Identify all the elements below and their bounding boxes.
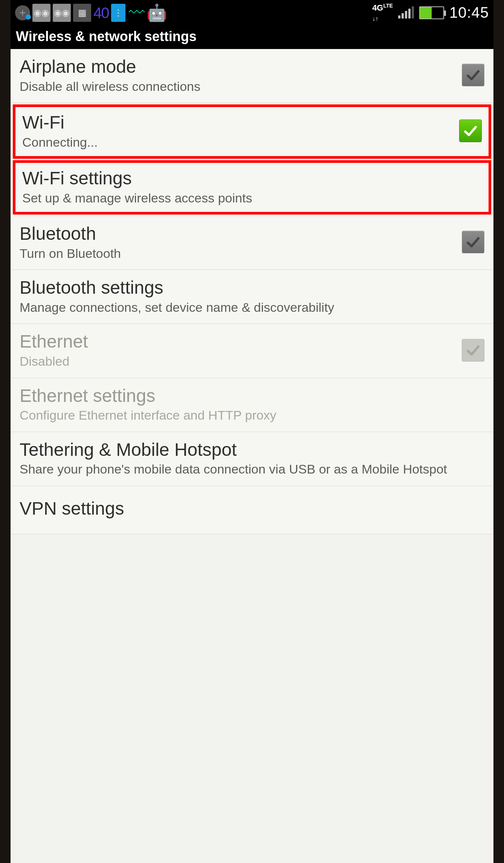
status-right: 4GLTE↓↑ 10:45 bbox=[372, 3, 489, 23]
menu-icon: ⋮ bbox=[111, 4, 125, 22]
checkbox bbox=[462, 339, 484, 362]
setting-title: VPN settings bbox=[20, 498, 481, 520]
status-left: + ◉◉ ◉◉ ▦ 40 ⋮ 〰 🤖 bbox=[15, 4, 166, 22]
setting-text: Ethernet settingsConfigure Ethernet inte… bbox=[20, 385, 484, 423]
notification-icon: ◉◉ bbox=[53, 4, 71, 22]
clock: 10:45 bbox=[449, 4, 489, 21]
setting-subtitle: Manage connections, set device name & di… bbox=[20, 299, 481, 316]
signal-icon bbox=[398, 7, 414, 18]
android-icon: 🤖 bbox=[148, 4, 166, 22]
setting-title: Tethering & Mobile Hotspot bbox=[20, 439, 481, 461]
setting-title: Airplane mode bbox=[20, 56, 458, 78]
setting-item-wi-fi[interactable]: Wi-FiConnecting... bbox=[13, 104, 491, 159]
setting-text: EthernetDisabled bbox=[20, 331, 462, 369]
setting-text: Wi-Fi settingsSet up & manage wireless a… bbox=[22, 167, 482, 206]
notification-icon: ◉◉ bbox=[32, 4, 50, 22]
setting-item-ethernet[interactable]: EthernetDisabled bbox=[11, 324, 493, 378]
phone-screen: + ◉◉ ◉◉ ▦ 40 ⋮ 〰 🤖 4GLTE↓↑ 10:45 Wireles… bbox=[11, 0, 493, 863]
network-label: 4GLTE↓↑ bbox=[372, 3, 393, 23]
setting-subtitle: Connecting... bbox=[22, 134, 455, 150]
setting-title: Bluetooth bbox=[20, 223, 458, 245]
setting-subtitle: Turn on Bluetooth bbox=[20, 245, 458, 262]
setting-text: Bluetooth settingsManage connections, se… bbox=[20, 277, 484, 315]
checkbox[interactable] bbox=[462, 231, 484, 253]
setting-title: Wi-Fi bbox=[22, 112, 455, 133]
setting-subtitle: Share your phone's mobile data connectio… bbox=[20, 461, 481, 477]
setting-text: BluetoothTurn on Bluetooth bbox=[20, 223, 462, 261]
settings-list[interactable]: Airplane modeDisable all wireless connec… bbox=[11, 49, 493, 534]
setting-item-airplane-mode[interactable]: Airplane modeDisable all wireless connec… bbox=[11, 49, 493, 103]
setting-item-ethernet-settings[interactable]: Ethernet settingsConfigure Ethernet inte… bbox=[11, 378, 493, 432]
setting-item-bluetooth-settings[interactable]: Bluetooth settingsManage connections, se… bbox=[11, 270, 493, 324]
checkbox[interactable] bbox=[462, 64, 484, 86]
setting-item-vpn-settings[interactable]: VPN settings bbox=[11, 486, 493, 534]
add-icon: + bbox=[15, 5, 30, 20]
dolphin-icon: 〰 bbox=[128, 4, 146, 22]
setting-title: Wi-Fi settings bbox=[22, 167, 478, 189]
setting-text: Wi-FiConnecting... bbox=[22, 112, 459, 150]
setting-text: VPN settings bbox=[20, 498, 484, 520]
setting-title: Bluetooth settings bbox=[20, 277, 481, 299]
setting-subtitle: Disable all wireless connections bbox=[20, 78, 458, 95]
setting-item-wi-fi-settings[interactable]: Wi-Fi settingsSet up & manage wireless a… bbox=[13, 160, 491, 215]
page-title: Wireless & network settings bbox=[11, 26, 493, 49]
setting-text: Airplane modeDisable all wireless connec… bbox=[20, 56, 462, 94]
status-number: 40 bbox=[93, 5, 109, 21]
setting-subtitle: Disabled bbox=[20, 353, 458, 369]
setting-subtitle: Configure Ethernet interface and HTTP pr… bbox=[20, 407, 481, 423]
battery-icon bbox=[419, 6, 444, 19]
setting-item-bluetooth[interactable]: BluetoothTurn on Bluetooth bbox=[11, 216, 493, 270]
setting-subtitle: Set up & manage wireless access points bbox=[22, 190, 478, 206]
calendar-icon: ▦ bbox=[73, 4, 91, 22]
setting-title: Ethernet bbox=[20, 331, 458, 353]
setting-text: Tethering & Mobile HotspotShare your pho… bbox=[20, 439, 484, 477]
setting-title: Ethernet settings bbox=[20, 385, 481, 407]
setting-item-tethering-mobile-hotspot[interactable]: Tethering & Mobile HotspotShare your pho… bbox=[11, 432, 493, 486]
status-bar: + ◉◉ ◉◉ ▦ 40 ⋮ 〰 🤖 4GLTE↓↑ 10:45 bbox=[11, 0, 493, 26]
checkbox[interactable] bbox=[459, 120, 482, 142]
